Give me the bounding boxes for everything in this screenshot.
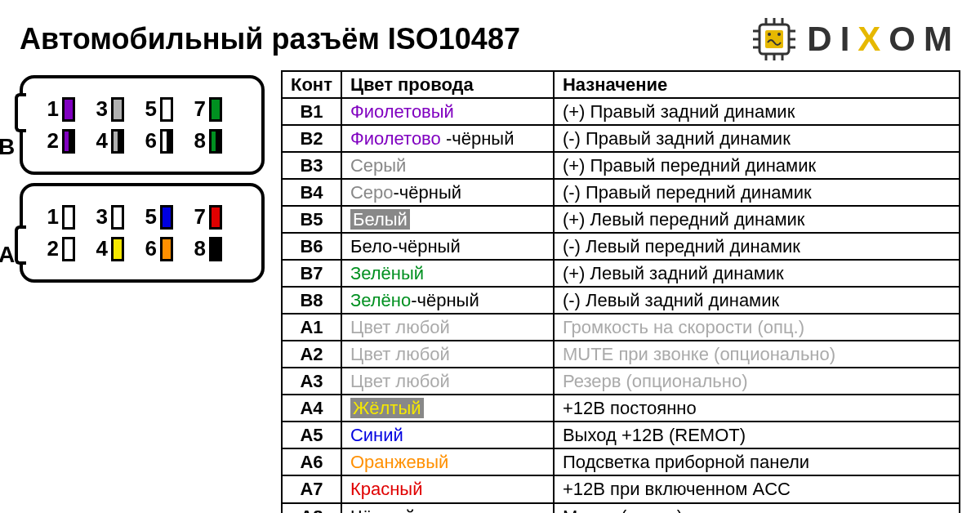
table-row: B6Бело-чёрный(-) Левый передний динамик [282, 233, 960, 260]
pin-number: 4 [93, 236, 108, 261]
table-row: A1Цвет любойГромкость на скорости (опц.) [282, 314, 960, 341]
cell-pin: A5 [282, 422, 341, 448]
cell-pin: B3 [282, 152, 341, 179]
connector-pin: 8 [191, 236, 222, 261]
cell-function: +12В при включенном ACC [554, 475, 960, 502]
pin-color-box [62, 97, 75, 122]
connector-pin: 3 [93, 96, 124, 122]
cell-pin: A4 [282, 395, 341, 422]
cell-function: Громкость на скорости (опц.) [554, 314, 960, 341]
pin-color-box [160, 237, 173, 261]
connector-block-a: 1357 2468 A [20, 183, 265, 283]
cell-wire-color: Белый [341, 206, 554, 233]
cell-wire-color: Фиолетово -чёрный [341, 125, 554, 152]
connector-pin: 3 [93, 204, 124, 230]
cell-wire-color: Серо-чёрный [341, 179, 554, 206]
page-title: Автомобильный разъём ISO10487 [20, 22, 520, 56]
pin-number: 1 [44, 96, 59, 122]
cell-function: Резерв (опционально) [554, 368, 960, 395]
pin-number: 8 [191, 236, 206, 261]
cell-wire-color: Зелёно-чёрный [341, 287, 554, 314]
cell-function: (-) Левый задний динамик [554, 287, 960, 314]
table-row: A2Цвет любойMUTE при звонке (опционально… [282, 341, 960, 368]
pin-color-box [62, 129, 75, 154]
cell-function: (-) Правый передний динамик [554, 179, 960, 206]
connector-pin: 7 [191, 96, 222, 122]
cell-function: +12В постоянно [554, 395, 960, 422]
connector-pin: 5 [142, 204, 173, 230]
connector-pin: 1 [44, 96, 75, 122]
pin-color-box [111, 205, 124, 230]
table-row: B5Белый(+) Левый передний динамик [282, 206, 960, 233]
table-row: B1Фиолетовый(+) Правый задний динамик [282, 98, 960, 125]
chip-icon [751, 16, 797, 62]
connector-pin: 2 [44, 236, 75, 261]
connector-pin: 4 [93, 236, 124, 261]
cell-pin: B8 [282, 287, 341, 314]
cell-function: Выход +12В (REMOT) [554, 422, 960, 448]
pin-number: 2 [44, 236, 59, 261]
cell-wire-color: Цвет любой [341, 368, 554, 395]
svg-rect-1 [765, 30, 783, 48]
cell-pin: B5 [282, 206, 341, 233]
table-row: B3Серый(+) Правый передний динамик [282, 152, 960, 179]
pin-color-box [160, 97, 173, 122]
cell-function: (+) Правый передний динамик [554, 152, 960, 179]
cell-wire-color: Серый [341, 152, 554, 179]
pin-number: 7 [191, 204, 206, 230]
table-row: A6ОранжевыйПодсветка приборной панели [282, 448, 960, 475]
table-row: A8ЧёрныйМасса (минус) [282, 503, 960, 514]
table-row: A7Красный+12В при включенном ACC [282, 475, 960, 502]
connector-pin: 6 [142, 128, 173, 154]
cell-pin: B2 [282, 125, 341, 152]
pin-number: 7 [191, 96, 206, 122]
pin-color-box [209, 129, 222, 154]
pin-number: 6 [142, 236, 157, 261]
brand-text: DIXOM [807, 20, 960, 59]
connector-pin: 8 [191, 128, 222, 154]
cell-wire-color: Бело-чёрный [341, 233, 554, 260]
pin-color-box [209, 237, 222, 261]
pin-number: 8 [191, 128, 206, 154]
svg-point-14 [768, 33, 771, 36]
connector-pin: 1 [44, 204, 75, 230]
pin-color-box [160, 129, 173, 154]
cell-function: MUTE при звонке (опционально) [554, 341, 960, 368]
cell-function: (+) Левый задний динамик [554, 260, 960, 287]
pin-number: 3 [93, 204, 108, 230]
cell-pin: A3 [282, 368, 341, 395]
table-row: B7Зелёный(+) Левый задний динамик [282, 260, 960, 287]
cell-wire-color: Цвет любой [341, 314, 554, 341]
cell-pin: B4 [282, 179, 341, 206]
th-func: Назначение [554, 71, 960, 98]
pin-color-box [209, 205, 222, 230]
table-row: A5СинийВыход +12В (REMOT) [282, 422, 960, 448]
pin-color-box [209, 97, 222, 122]
connector-pin: 6 [142, 236, 173, 261]
pin-number: 3 [93, 96, 108, 122]
cell-pin: B6 [282, 233, 341, 260]
pin-color-box [111, 97, 124, 122]
table-row: B4Серо-чёрный(-) Правый передний динамик [282, 179, 960, 206]
brand-logo: DIXOM [751, 16, 960, 62]
table-row: A3Цвет любойРезерв (опционально) [282, 368, 960, 395]
cell-pin: A1 [282, 314, 341, 341]
cell-wire-color: Зелёный [341, 260, 554, 287]
block-label-a: A [0, 242, 15, 268]
cell-pin: A6 [282, 448, 341, 475]
cell-function: (+) Левый передний динамик [554, 206, 960, 233]
pin-color-box [62, 237, 75, 261]
pin-number: 5 [142, 204, 157, 230]
cell-pin: B7 [282, 260, 341, 287]
th-pin: Конт [282, 71, 341, 98]
svg-point-15 [777, 33, 781, 36]
cell-function: (-) Правый задний динамик [554, 125, 960, 152]
table-row: A4Жёлтый+12В постоянно [282, 395, 960, 422]
pin-color-box [111, 129, 124, 154]
pin-color-box [62, 205, 75, 230]
cell-pin: B1 [282, 98, 341, 125]
cell-wire-color: Фиолетовый [341, 98, 554, 125]
table-row: B8Зелёно-чёрный(-) Левый задний динамик [282, 287, 960, 314]
cell-wire-color: Цвет любой [341, 341, 554, 368]
cell-function: Масса (минус) [554, 503, 960, 514]
